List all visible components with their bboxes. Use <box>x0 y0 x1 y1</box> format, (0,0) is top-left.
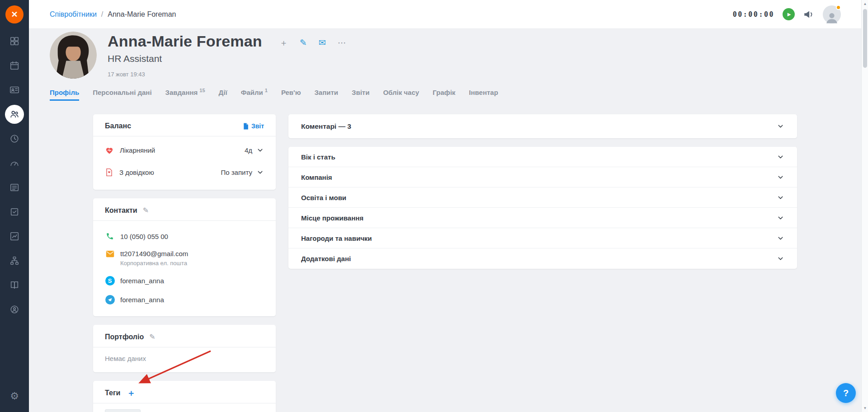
dashboard-icon <box>9 36 19 46</box>
portfolio-empty-text: Немає даних <box>93 347 276 372</box>
tab-actions[interactable]: Дії <box>219 89 227 101</box>
tab-review[interactable]: Рев'ю <box>281 89 301 101</box>
add-tag-plus-icon[interactable]: ＋ <box>127 389 135 397</box>
last-activity-timestamp: 17 жовт 19:43 <box>108 71 346 78</box>
sidebar-item-time-tracking[interactable] <box>0 126 29 151</box>
files-count-badge: 1 <box>265 88 268 93</box>
tags-title: Теги <box>105 389 120 397</box>
performance-icon <box>9 158 19 168</box>
reports-icon <box>9 231 19 241</box>
page-scrollbar[interactable]: ▲ ▼ <box>861 0 868 412</box>
balance-row-certificate: З довідкою По запиту <box>105 161 264 183</box>
more-ellipsis-icon[interactable]: ⋯ <box>338 38 346 47</box>
sidebar-nav <box>0 29 29 322</box>
section-residence[interactable]: Місце проживання <box>288 208 797 228</box>
tab-schedule[interactable]: Графік <box>433 89 455 101</box>
status-dot <box>836 5 841 10</box>
sidebar-item-knowledge-base[interactable] <box>0 273 29 297</box>
chevron-down-icon <box>777 234 784 242</box>
section-awards-skills[interactable]: Нагороди та навички <box>288 228 797 248</box>
section-company[interactable]: Компанія <box>288 167 797 187</box>
chevron-down-icon <box>777 214 784 222</box>
app-window: ✕ ⚙ Співробітники / Anna-Marie Foreman <box>0 0 868 412</box>
chevron-down-icon <box>777 173 784 181</box>
medical-certificate-icon <box>105 168 113 177</box>
sidebar-item-reports[interactable] <box>0 224 29 248</box>
sidebar-item-news-feed[interactable] <box>0 175 29 200</box>
report-link[interactable]: Звіт <box>243 122 264 130</box>
envelope-icon[interactable]: ✉ <box>319 38 326 47</box>
tab-reports[interactable]: Звіти <box>352 89 369 101</box>
left-column: Баланс Звіт Лікарняний 4д <box>93 114 276 412</box>
breadcrumb-employees-link[interactable]: Співробітники <box>50 10 97 19</box>
skype-row: S foreman_anna <box>105 276 264 286</box>
phone-value[interactable]: 10 (050) 055 00 <box>120 233 168 240</box>
sidebar-item-performance[interactable] <box>0 151 29 175</box>
time-tracking-icon <box>9 134 19 144</box>
tab-personal-data[interactable]: Персональні дані <box>93 89 151 101</box>
scrollbar-thumb[interactable] <box>863 9 867 68</box>
edit-pencil-icon[interactable]: ✎ <box>300 38 307 47</box>
help-button[interactable]: ? <box>836 383 856 403</box>
section-education-languages[interactable]: Освіта і мови <box>288 187 797 208</box>
time-tracker-display: 00:00:00 <box>733 10 774 19</box>
recruiting-icon <box>9 304 19 314</box>
tag-chip[interactable]: .NET Core <box>105 409 141 412</box>
chevron-down-icon[interactable] <box>777 122 784 130</box>
report-doc-icon <box>243 123 249 130</box>
profile-page: Anna-Marie Foreman ＋ ✎ ✉ ⋯ HR Assistant … <box>29 29 868 412</box>
tab-files[interactable]: Файли1 <box>241 89 268 101</box>
comments-title: Коментарі — 3 <box>301 122 351 131</box>
breadcrumb-separator: / <box>101 10 103 19</box>
announcements-button[interactable] <box>803 9 815 20</box>
details-accordion-card: Вік і стать Компанія Освіта і мови <box>288 147 797 269</box>
comments-card[interactable]: Коментарі — 3 <box>288 114 797 138</box>
balance-value-dropdown[interactable]: 4д <box>245 146 264 154</box>
sidebar-item-org-structure[interactable] <box>0 248 29 273</box>
chevron-down-icon <box>777 194 784 201</box>
chevron-down-icon <box>777 153 784 161</box>
sidebar-item-calendar[interactable] <box>0 53 29 78</box>
app-logo-icon[interactable]: ✕ <box>5 5 24 23</box>
announcement-icon <box>803 9 815 20</box>
edit-portfolio-pencil-icon[interactable]: ✎ <box>149 332 155 341</box>
email-value[interactable]: tt2071490@gmail.com <box>120 250 188 258</box>
scroll-up-arrow[interactable]: ▲ <box>862 0 868 7</box>
balance-value-dropdown[interactable]: По запиту <box>221 169 264 176</box>
chevron-down-icon <box>256 169 264 176</box>
news-feed-icon <box>9 183 19 192</box>
sidebar-item-employee-card[interactable] <box>0 78 29 102</box>
breadcrumb: Співробітники / Anna-Marie Foreman <box>50 10 176 19</box>
skype-value[interactable]: foreman_anna <box>120 277 164 285</box>
sidebar-item-dashboard[interactable] <box>0 29 29 53</box>
breadcrumb-current: Anna-Marie Foreman <box>108 10 176 19</box>
sidebar-item-people[interactable] <box>0 102 29 126</box>
edit-contacts-pencil-icon[interactable]: ✎ <box>143 206 149 215</box>
section-additional-data[interactable]: Додаткові дані <box>288 248 797 269</box>
tab-profile[interactable]: Профіль <box>50 89 79 101</box>
balance-label: З довідкою <box>119 169 154 176</box>
section-age-gender[interactable]: Вік і стать <box>288 147 797 167</box>
sidebar-item-tasks[interactable] <box>0 200 29 224</box>
right-column: Коментарі — 3 Вік і стать Компанія <box>288 114 797 269</box>
tab-requests[interactable]: Запити <box>314 89 338 101</box>
sidebar: ✕ ⚙ <box>0 0 29 412</box>
contacts-title: Контакти <box>105 206 137 215</box>
scroll-down-arrow[interactable]: ▼ <box>862 405 868 412</box>
user-avatar[interactable] <box>823 5 841 23</box>
tasks-count-badge: 15 <box>199 88 205 93</box>
settings-gear-icon[interactable]: ⚙ <box>10 390 19 402</box>
balance-label: Лікарняний <box>120 146 155 154</box>
knowledge-base-icon <box>9 280 19 290</box>
job-title: HR Assistant <box>108 53 346 64</box>
telegram-value[interactable]: foreman_anna <box>120 296 164 304</box>
tab-tasks[interactable]: Завдання15 <box>165 89 205 101</box>
tab-time-accounting[interactable]: Облік часу <box>383 89 419 101</box>
calendar-icon <box>9 61 19 70</box>
balance-row-sick-leave: Лікарняний 4д <box>105 139 264 161</box>
add-plus-icon[interactable]: ＋ <box>279 38 288 47</box>
profile-head-info: Anna-Marie Foreman ＋ ✎ ✉ ⋯ HR Assistant … <box>108 32 346 79</box>
timer-play-button[interactable]: ▶ <box>783 8 795 20</box>
sidebar-item-recruiting[interactable] <box>0 297 29 322</box>
tab-inventory[interactable]: Інвентар <box>469 89 498 101</box>
